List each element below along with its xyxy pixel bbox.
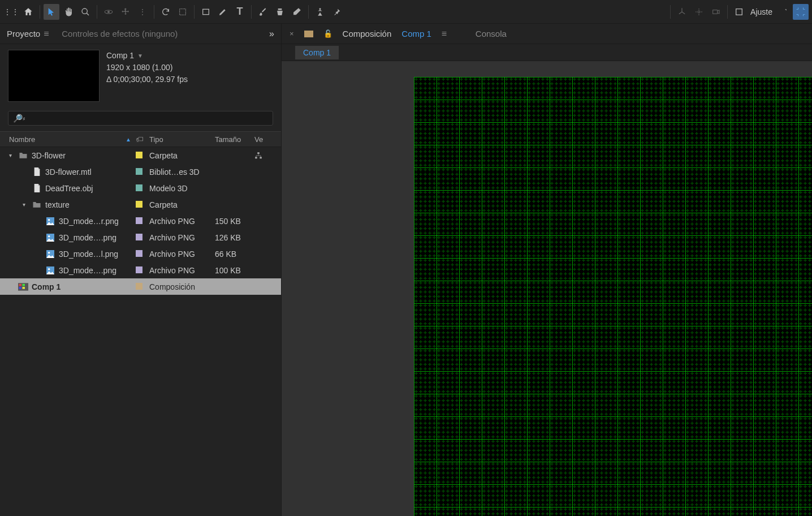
project-row[interactable]: ▾textureCarpeta xyxy=(0,196,281,213)
3d-light-icon[interactable] xyxy=(691,4,707,20)
project-row[interactable]: Comp 1Composición xyxy=(0,278,281,295)
dolly-tool-icon[interactable]: ⋮ xyxy=(135,4,150,20)
row-name: 3D_mode….png xyxy=(59,266,116,275)
color-label-swatch[interactable] xyxy=(136,152,142,158)
comp-info-block: Comp 1 ▼ 1920 x 1080 (1.00) Δ 0;00;30;00… xyxy=(0,44,281,108)
color-label-swatch[interactable] xyxy=(136,201,142,208)
folder-icon xyxy=(18,151,28,160)
image-file-icon xyxy=(45,217,55,226)
orbit-tool-icon[interactable] xyxy=(101,4,116,20)
grip-icon: ⋮⋮ xyxy=(3,4,19,20)
project-row[interactable]: 3D_mode….pngArchivo PNG100 KB xyxy=(0,262,281,278)
puppet-tool-icon[interactable] xyxy=(312,4,328,20)
panel-menu-icon[interactable] xyxy=(44,29,50,39)
row-name: texture xyxy=(45,200,70,209)
flowchart-icon[interactable] xyxy=(254,152,270,160)
3d-camera-icon[interactable] xyxy=(708,4,724,20)
color-label-swatch[interactable] xyxy=(136,250,142,257)
color-label-swatch[interactable] xyxy=(136,184,142,191)
comp-thumbnail[interactable] xyxy=(8,50,100,102)
project-row[interactable]: ▾3D-flowerCarpeta xyxy=(0,147,281,164)
hand-tool-icon[interactable] xyxy=(61,4,76,20)
comp-tab-button[interactable]: Comp 1 xyxy=(295,46,339,59)
dropdown-triangle-icon[interactable]: ▼ xyxy=(137,51,143,60)
column-name[interactable]: Nombre xyxy=(9,135,35,144)
eraser-tool-icon[interactable] xyxy=(289,4,305,20)
tab-effect-controls[interactable]: Controles de efectos (ninguno) xyxy=(62,29,178,38)
comp-dimensions: 1920 x 1080 (1.00) xyxy=(106,62,188,74)
viewer-area[interactable] xyxy=(282,61,812,516)
color-label-swatch[interactable] xyxy=(136,283,142,290)
brush-tool-icon[interactable] xyxy=(255,4,271,20)
row-type: Carpeta xyxy=(149,151,215,160)
3d-axis-icon[interactable] xyxy=(674,4,690,20)
color-label-swatch[interactable] xyxy=(136,266,142,273)
row-type: Modelo 3D xyxy=(149,184,215,193)
row-size: 66 KB xyxy=(215,250,254,259)
snap-options-icon[interactable] xyxy=(776,4,792,20)
selection-tool-icon[interactable] xyxy=(44,4,59,20)
search-input[interactable]: 🔎⸗ xyxy=(8,111,273,126)
column-size[interactable]: Tamaño xyxy=(215,135,254,144)
project-row[interactable]: 3D_mode…l.pngArchivo PNG66 KB xyxy=(0,246,281,262)
project-row[interactable]: 3D_mode….pngArchivo PNG126 KB xyxy=(0,229,281,246)
close-tab-icon[interactable]: × xyxy=(290,29,294,38)
svg-rect-8 xyxy=(713,10,718,14)
comp-metadata: Comp 1 ▼ 1920 x 1080 (1.00) Δ 0;00;30;00… xyxy=(106,50,188,102)
tab-project[interactable]: Proyecto xyxy=(7,29,50,39)
clone-tool-icon[interactable] xyxy=(272,4,288,20)
svg-point-6 xyxy=(319,8,321,10)
row-size: 150 KB xyxy=(215,217,254,226)
pan-tool-icon[interactable] xyxy=(118,4,133,20)
svg-rect-10 xyxy=(257,152,260,154)
project-columns-header: Nombre ▲ 🏷 Tipo Tamaño Ve xyxy=(0,131,281,147)
viewer-panel: × 🔓 Composición Comp 1 Consola Comp 1 xyxy=(282,24,812,516)
svg-point-18 xyxy=(48,251,50,253)
column-label-icon[interactable]: 🏷 xyxy=(136,135,144,144)
color-label-swatch[interactable] xyxy=(136,217,142,224)
project-row[interactable]: DeadTree.objModelo 3D xyxy=(0,180,281,196)
rotate-tool-icon[interactable] xyxy=(158,4,174,20)
home-icon[interactable] xyxy=(20,4,36,20)
disclosure-triangle-icon[interactable]: ▾ xyxy=(23,201,31,208)
separator xyxy=(670,5,671,19)
tab-console[interactable]: Consola xyxy=(476,29,507,38)
separator xyxy=(194,5,195,19)
viewer-tab-bar: × 🔓 Composición Comp 1 Consola xyxy=(282,24,812,44)
text-tool-icon[interactable]: T xyxy=(232,4,248,20)
svg-rect-24 xyxy=(19,287,22,289)
pen-tool-icon[interactable] xyxy=(215,4,231,20)
row-size: 126 KB xyxy=(215,233,254,242)
rectangle-tool-icon[interactable] xyxy=(198,4,214,20)
disclosure-triangle-icon[interactable]: ▾ xyxy=(9,152,17,158)
column-type[interactable]: Tipo xyxy=(149,135,215,144)
row-name: 3D-flower xyxy=(32,151,66,160)
column-ve[interactable]: Ve xyxy=(254,135,270,144)
lock-icon[interactable]: 🔓 xyxy=(323,29,332,38)
viewer-menu-icon[interactable] xyxy=(442,29,448,39)
zoom-tool-icon[interactable] xyxy=(77,4,93,20)
color-label-swatch[interactable] xyxy=(136,168,142,175)
project-row[interactable]: 3D-flower.mtlBibliot…es 3D xyxy=(0,164,281,180)
separator xyxy=(727,5,728,19)
snap-grid-icon[interactable] xyxy=(793,4,809,20)
viewer-tab-comp-name[interactable]: Comp 1 xyxy=(401,29,431,38)
row-type: Composición xyxy=(149,282,215,291)
viewer-canvas[interactable] xyxy=(414,77,812,516)
separator xyxy=(308,5,309,19)
image-file-icon xyxy=(45,233,55,242)
overflow-icon[interactable]: » xyxy=(269,29,274,39)
svg-point-16 xyxy=(48,235,50,237)
separator xyxy=(40,5,40,19)
row-type: Archivo PNG xyxy=(149,217,215,226)
row-type: Archivo PNG xyxy=(149,266,215,275)
svg-point-7 xyxy=(698,11,700,13)
snap-checkbox-icon[interactable] xyxy=(731,4,747,20)
separator xyxy=(154,5,154,19)
row-name: 3D_mode….png xyxy=(59,233,116,242)
color-label-swatch[interactable] xyxy=(136,234,142,240)
camera-tool-icon[interactable] xyxy=(175,4,191,20)
svg-point-2 xyxy=(108,11,110,12)
project-row[interactable]: 3D_mode…r.pngArchivo PNG150 KB xyxy=(0,213,281,229)
pin-tool-icon[interactable] xyxy=(329,4,345,20)
